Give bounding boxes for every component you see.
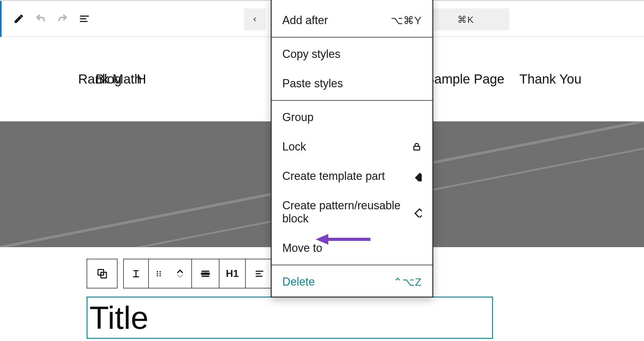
undo-icon (35, 13, 46, 24)
nav-item[interactable]: Thank You (519, 72, 581, 87)
menu-item-group[interactable]: Group (272, 103, 432, 132)
svg-point-15 (157, 273, 158, 274)
post-content-icon (97, 268, 108, 279)
menu-item-add-before[interactable]: Add before ⌥⌘T (272, 0, 432, 6)
menu-shortcut: ⌃⌥Z (393, 276, 422, 288)
svg-point-16 (159, 273, 161, 274)
block-movers[interactable] (169, 259, 191, 288)
svg-point-17 (157, 275, 158, 276)
menu-label: Create pattern/reusable block (282, 199, 411, 225)
lock-icon (412, 142, 422, 152)
menu-label: Copy styles (282, 48, 340, 61)
svg-rect-5 (415, 209, 422, 217)
menu-item-paste-styles[interactable]: Paste styles (272, 69, 432, 98)
document-overview-button[interactable] (75, 9, 94, 28)
menu-divider (272, 100, 432, 101)
block-type-button[interactable] (87, 259, 117, 288)
paragraph-transform-button[interactable] (124, 259, 149, 288)
menu-item-create-pattern[interactable]: Create pattern/reusable block (272, 191, 432, 233)
svg-rect-4 (415, 173, 422, 181)
post-title-text: Title (89, 302, 148, 334)
menu-divider (272, 265, 432, 265)
align-button[interactable] (192, 259, 219, 288)
svg-rect-3 (414, 146, 420, 150)
command-palette-button[interactable]: ⌘K (422, 8, 510, 30)
menu-label: Lock (282, 140, 306, 153)
heading-level-label: H1 (226, 268, 239, 279)
menu-label: Paste styles (282, 77, 343, 90)
collapse-panel-button[interactable] (244, 8, 266, 30)
undo-button[interactable] (31, 9, 50, 28)
redo-button[interactable] (53, 9, 72, 28)
menu-label: Delete (282, 275, 315, 288)
menu-shortcut: ⌥⌘Y (391, 14, 422, 27)
block-format-group: H1 (192, 259, 274, 288)
heading-level-button[interactable]: H1 (219, 259, 246, 288)
command-shortcut-label: ⌘K (457, 14, 474, 25)
block-options-dropdown: Add before ⌥⌘T Add after ⌥⌘Y Copy styles… (271, 0, 433, 298)
chevron-up-down-icon (175, 267, 185, 281)
menu-item-move-to[interactable]: Move to (272, 233, 432, 263)
drag-handle[interactable] (149, 259, 169, 288)
block-transform-group (123, 259, 192, 288)
menu-label: Add after (282, 14, 328, 27)
drag-icon (155, 270, 163, 278)
text-align-button[interactable] (246, 259, 273, 288)
align-icon (200, 269, 210, 279)
menu-divider (272, 37, 432, 38)
list-outline-icon (79, 13, 90, 24)
nav-item[interactable]: H (137, 72, 146, 87)
menu-label: Group (282, 111, 314, 124)
menu-item-lock[interactable]: Lock (272, 132, 432, 161)
post-title-block[interactable]: Title (87, 297, 493, 339)
menu-item-delete[interactable]: Delete ⌃⌥Z (272, 267, 432, 297)
pattern-icon (411, 207, 422, 217)
pencil-icon (13, 13, 24, 24)
edit-tool-button[interactable] (9, 9, 28, 28)
menu-label: Move to (282, 242, 322, 255)
menu-item-create-template-part[interactable]: Create template part (272, 161, 432, 191)
accent-strip (0, 1, 2, 38)
chevron-left-icon (251, 16, 258, 23)
redo-icon (57, 13, 68, 24)
block-type-group (87, 259, 118, 288)
menu-item-copy-styles[interactable]: Copy styles (272, 39, 432, 69)
svg-point-14 (159, 271, 161, 272)
paragraph-icon (131, 268, 141, 279)
text-align-left-icon (254, 269, 264, 279)
template-part-icon (411, 171, 422, 181)
svg-point-13 (157, 271, 158, 272)
nav-item[interactable]: Blog (95, 72, 122, 87)
menu-label: Create template part (282, 170, 385, 183)
nav-item[interactable]: Sample Page (425, 72, 504, 87)
menu-item-add-after[interactable]: Add after ⌥⌘Y (272, 6, 432, 35)
svg-point-18 (159, 275, 161, 276)
